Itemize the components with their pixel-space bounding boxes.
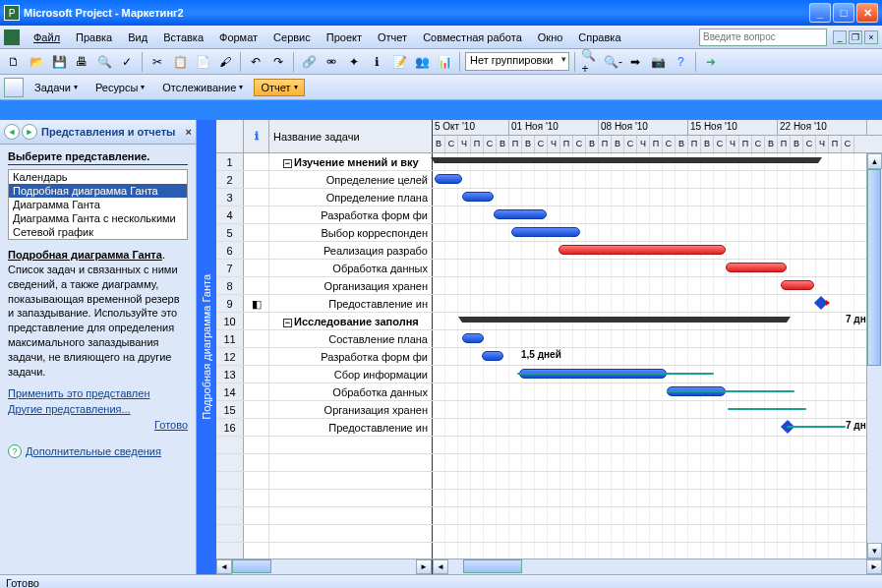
hscroll-thumb-right[interactable] xyxy=(463,559,522,573)
gantt-bar[interactable] xyxy=(435,157,818,163)
mdi-restore[interactable]: ❐ xyxy=(849,30,862,44)
vb-report[interactable]: Отчет▾ xyxy=(254,79,304,96)
assign-icon[interactable]: 👥 xyxy=(412,52,432,72)
task-name-cell[interactable]: Предоставление ин xyxy=(269,419,433,436)
table-row[interactable]: 1−Изучение мнений и вку xyxy=(216,153,882,171)
row-number[interactable]: 6 xyxy=(216,242,244,259)
other-views-link[interactable]: Другие представления... xyxy=(8,403,188,415)
row-number[interactable]: 4 xyxy=(216,206,244,223)
back-icon[interactable]: ◄ xyxy=(4,124,20,140)
table-row-empty[interactable] xyxy=(216,507,882,525)
table-row[interactable]: 15Организация хранен xyxy=(216,401,882,419)
menu-format[interactable]: Формат xyxy=(211,29,265,46)
gantt-cell[interactable] xyxy=(433,189,882,206)
task-name-cell[interactable]: Выбор корреспонден xyxy=(269,224,433,241)
row-number[interactable]: 9 xyxy=(216,295,244,312)
gantt-bar[interactable] xyxy=(462,192,494,202)
table-row[interactable]: 3Определение плана xyxy=(216,189,882,206)
table-row[interactable]: 5Выбор корреспонден xyxy=(216,224,882,242)
link-icon[interactable]: 🔗 xyxy=(299,52,319,72)
menu-insert[interactable]: Вставка xyxy=(155,29,211,46)
menu-view[interactable]: Вид xyxy=(120,29,155,46)
task-name-cell[interactable]: Организация хранен xyxy=(269,277,433,294)
format-painter-icon[interactable]: 🖌 xyxy=(215,52,235,72)
gantt-cell[interactable] xyxy=(433,366,882,382)
table-row[interactable]: 12Разработка форм фи1,5 дней xyxy=(216,348,882,366)
row-number[interactable]: 3 xyxy=(216,189,244,206)
row-number[interactable]: 1 xyxy=(216,153,244,170)
hscroll-right-r[interactable]: ► xyxy=(866,559,882,574)
hscroll-thumb-left[interactable] xyxy=(232,559,271,573)
row-number[interactable]: 13 xyxy=(216,366,244,382)
grouping-combo[interactable]: Нет группировки xyxy=(465,52,569,71)
goto-icon[interactable]: ➡ xyxy=(625,52,645,72)
col-task-name[interactable]: Название задачи xyxy=(269,120,433,152)
table-row-empty[interactable] xyxy=(216,490,882,507)
gantt-cell[interactable]: 1,5 дней xyxy=(433,348,882,365)
menu-project[interactable]: Проект xyxy=(319,29,370,46)
view-list-item[interactable]: Диаграмма Ганта с несколькими xyxy=(9,211,187,225)
unlink-icon[interactable]: ⚮ xyxy=(322,52,341,72)
gantt-cell[interactable] xyxy=(433,277,882,294)
done-link[interactable]: Готово xyxy=(8,419,188,431)
menu-collab[interactable]: Совместная работа xyxy=(415,29,530,46)
minimize-button[interactable]: _ xyxy=(809,3,831,23)
table-row-empty[interactable] xyxy=(216,525,882,543)
task-name-cell[interactable]: Разработка форм фи xyxy=(269,348,433,365)
table-row[interactable]: 14Обработка данных xyxy=(216,383,882,401)
table-row[interactable]: 8Организация хранен xyxy=(216,277,882,295)
row-number[interactable]: 7 xyxy=(216,260,244,276)
col-indicators[interactable]: ℹ xyxy=(244,120,269,152)
gantt-bar[interactable] xyxy=(462,317,787,323)
cut-icon[interactable]: ✂ xyxy=(147,52,167,72)
view-list[interactable]: КалендарьПодробная диаграмма ГантаДиагра… xyxy=(8,169,188,240)
table-row[interactable]: 4Разработка форм фи xyxy=(216,206,882,224)
task-name-cell[interactable]: Составление плана xyxy=(269,330,433,347)
row-number[interactable]: 16 xyxy=(216,419,244,436)
gantt-bar[interactable] xyxy=(462,333,484,343)
table-row[interactable]: 11Составление плана xyxy=(216,330,882,348)
gantt-bar[interactable] xyxy=(435,174,462,184)
gantt-cell[interactable]: 7 дней xyxy=(433,419,882,436)
select-all-corner[interactable] xyxy=(216,120,244,152)
menu-tools[interactable]: Сервис xyxy=(265,29,319,46)
undo-icon[interactable]: ↶ xyxy=(246,52,265,72)
table-row[interactable]: 6Реализация разрабо xyxy=(216,242,882,260)
scroll-down-icon[interactable]: ▼ xyxy=(867,543,882,559)
gantt-cell[interactable] xyxy=(433,171,882,188)
help-icon[interactable]: ? xyxy=(671,52,690,72)
gantt-bar[interactable] xyxy=(511,227,580,237)
table-row[interactable]: 10−Исследование заполня7 дней xyxy=(216,313,882,330)
timeline-header[interactable]: 5 Окт '1001 Ноя '1008 Ноя '1015 Ноя '102… xyxy=(433,120,882,152)
copy-picture-icon[interactable]: 📷 xyxy=(648,52,668,72)
menu-help[interactable]: Справка xyxy=(570,29,628,46)
gantt-cell[interactable]: 7 дней xyxy=(433,313,882,329)
hscroll-right-l[interactable]: ► xyxy=(416,559,432,574)
row-number[interactable]: 15 xyxy=(216,401,244,418)
table-row[interactable]: 7Обработка данных xyxy=(216,260,882,277)
table-row[interactable]: 2Определение целей xyxy=(216,171,882,189)
gantt-cell[interactable] xyxy=(433,295,882,312)
row-number[interactable]: 12 xyxy=(216,348,244,365)
close-button[interactable]: ✕ xyxy=(856,3,878,23)
gantt-cell[interactable] xyxy=(433,242,882,259)
spell-icon[interactable]: ✓ xyxy=(117,52,137,72)
view-list-item[interactable]: Сетевой график xyxy=(9,225,187,239)
table-row-empty[interactable] xyxy=(216,472,882,490)
vertical-view-tab[interactable]: Подробная диаграмма Ганта xyxy=(197,120,216,574)
forward-icon[interactable]: ► xyxy=(22,124,37,140)
menu-window[interactable]: Окно xyxy=(530,29,571,46)
task-name-cell[interactable]: Сбор информации xyxy=(269,366,433,382)
table-row-empty[interactable] xyxy=(216,437,882,454)
paste-icon[interactable]: 📄 xyxy=(193,52,212,72)
arrow-icon[interactable]: ➜ xyxy=(701,52,721,72)
apply-view-link[interactable]: Применить это представлен xyxy=(8,387,188,399)
gantt-bar[interactable] xyxy=(559,245,726,255)
help-question-input[interactable] xyxy=(699,29,827,46)
task-name-cell[interactable]: −Изучение мнений и вку xyxy=(269,153,433,170)
task-name-cell[interactable]: −Исследование заполня xyxy=(269,313,433,329)
new-icon[interactable]: 🗋 xyxy=(4,52,24,72)
row-number[interactable]: 5 xyxy=(216,224,244,241)
task-name-cell[interactable]: Определение плана xyxy=(269,189,433,206)
gantt-cell[interactable] xyxy=(433,206,882,223)
